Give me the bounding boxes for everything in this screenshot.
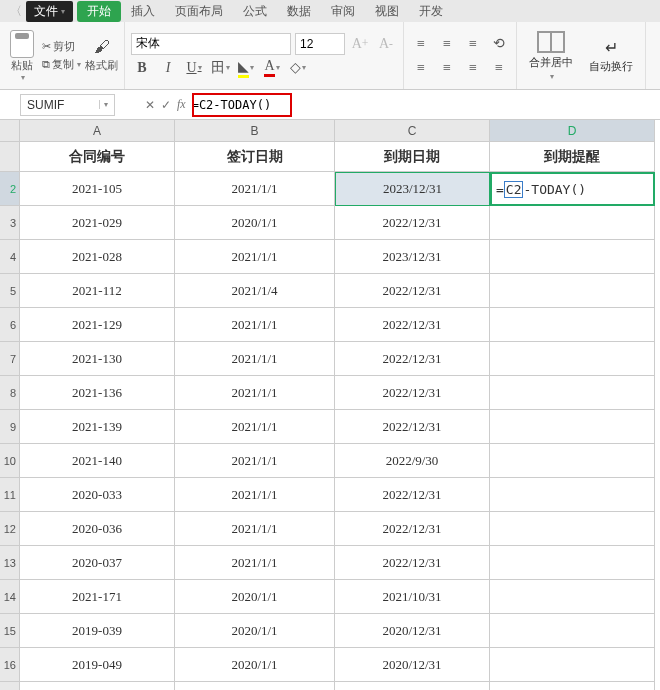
cell[interactable]: 2021-171 — [20, 580, 175, 614]
column-header[interactable]: C — [335, 120, 490, 142]
cell[interactable]: 2021-140 — [20, 444, 175, 478]
row-header[interactable]: 5 — [0, 274, 20, 308]
column-header[interactable]: D — [490, 120, 655, 142]
cell[interactable]: 2021/1/1 — [175, 546, 335, 580]
select-all-corner[interactable] — [0, 120, 20, 142]
menu-prev-icon[interactable]: 〈 — [10, 3, 22, 20]
cell[interactable]: 2021/6/30 — [335, 682, 490, 690]
header-cell[interactable]: 合同编号 — [20, 142, 175, 172]
row-header[interactable]: 6 — [0, 308, 20, 342]
cell[interactable]: 2022/12/31 — [335, 342, 490, 376]
cell[interactable]: 2020/12/31 — [335, 648, 490, 682]
align-middle-button[interactable]: ≡ — [436, 33, 458, 55]
cell[interactable]: 2020/1/1 — [175, 648, 335, 682]
cell[interactable]: 2021-130 — [20, 342, 175, 376]
fx-button[interactable]: fx — [177, 97, 186, 112]
cell[interactable]: 2020/1/1 — [175, 580, 335, 614]
cell[interactable]: 2020-052 — [20, 682, 175, 690]
menu-tab[interactable]: 数据 — [277, 1, 321, 22]
cell[interactable] — [490, 546, 655, 580]
cell[interactable]: 2021-105 — [20, 172, 175, 206]
align-bottom-button[interactable]: ≡ — [462, 33, 484, 55]
cell[interactable]: 2022/12/31 — [335, 274, 490, 308]
cell[interactable]: 2020/1/1 — [175, 206, 335, 240]
cell[interactable]: 2021/1/1 — [175, 172, 335, 206]
header-cell[interactable]: 签订日期 — [175, 142, 335, 172]
menu-tab[interactable]: 开始 — [77, 1, 121, 22]
chevron-down-icon[interactable]: ▾ — [99, 100, 108, 109]
cut-button[interactable]: ✂剪切 — [42, 39, 81, 54]
cell[interactable] — [490, 240, 655, 274]
increase-font-button[interactable]: A+ — [349, 33, 371, 55]
copy-button[interactable]: ⧉复制▾ — [42, 57, 81, 72]
row-header[interactable]: 15 — [0, 614, 20, 648]
header-cell[interactable]: 到期提醒 — [490, 142, 655, 172]
row-header[interactable]: 12 — [0, 512, 20, 546]
row-header[interactable]: 4 — [0, 240, 20, 274]
name-box[interactable]: SUMIF ▾ — [20, 94, 115, 116]
italic-button[interactable]: I — [157, 57, 179, 79]
cell[interactable]: 2021-028 — [20, 240, 175, 274]
font-name-select[interactable] — [131, 33, 291, 55]
row-header[interactable]: 7 — [0, 342, 20, 376]
row-header[interactable]: 3 — [0, 206, 20, 240]
cell[interactable] — [490, 342, 655, 376]
cell[interactable] — [490, 410, 655, 444]
row-header[interactable]: 9 — [0, 410, 20, 444]
paste-button[interactable]: 粘贴▾ — [6, 26, 38, 86]
cell[interactable] — [490, 308, 655, 342]
menu-tab[interactable]: 视图 — [365, 1, 409, 22]
cell[interactable]: 2021-129 — [20, 308, 175, 342]
decrease-font-button[interactable]: A- — [375, 33, 397, 55]
cell[interactable]: 2021/10/31 — [335, 580, 490, 614]
cell[interactable]: 2022/12/31 — [335, 376, 490, 410]
cell[interactable] — [490, 648, 655, 682]
font-color-button[interactable]: A▾ — [261, 57, 283, 79]
cell[interactable]: 2021-139 — [20, 410, 175, 444]
cell[interactable] — [490, 274, 655, 308]
menu-tab[interactable]: 页面布局 — [165, 1, 233, 22]
row-header[interactable]: 2 — [0, 172, 20, 206]
cell[interactable] — [490, 376, 655, 410]
orientation-button[interactable]: ⟲ — [488, 33, 510, 55]
cell[interactable]: 2023/12/31 — [335, 172, 490, 206]
row-header[interactable]: 13 — [0, 546, 20, 580]
cell[interactable]: 2022/12/31 — [335, 478, 490, 512]
cell[interactable] — [490, 512, 655, 546]
cell[interactable] — [490, 682, 655, 690]
file-menu[interactable]: 文件▾ — [26, 1, 73, 22]
row-header[interactable]: 14 — [0, 580, 20, 614]
format-painter-button[interactable]: 🖌格式刷 — [85, 38, 118, 73]
align-top-button[interactable]: ≡ — [410, 33, 432, 55]
cell[interactable]: 2023/12/31 — [335, 240, 490, 274]
bold-button[interactable]: B — [131, 57, 153, 79]
column-header[interactable]: B — [175, 120, 335, 142]
menu-tab[interactable]: 公式 — [233, 1, 277, 22]
cell[interactable]: 2019-049 — [20, 648, 175, 682]
align-left-button[interactable]: ≡ — [410, 57, 432, 79]
cell[interactable]: 2020/12/31 — [335, 614, 490, 648]
cell[interactable]: 2020/1/1 — [175, 614, 335, 648]
column-header[interactable]: A — [20, 120, 175, 142]
cell[interactable] — [490, 478, 655, 512]
header-cell[interactable]: 到期日期 — [335, 142, 490, 172]
cell[interactable]: 2021/1/1 — [175, 444, 335, 478]
font-size-select[interactable] — [295, 33, 345, 55]
cell[interactable]: 2022/12/31 — [335, 410, 490, 444]
merge-center-button[interactable]: 合并居中▾ — [523, 29, 579, 83]
cell[interactable]: 2022/12/31 — [335, 206, 490, 240]
cell[interactable]: 2021/1/1 — [175, 512, 335, 546]
menu-tab[interactable]: 插入 — [121, 1, 165, 22]
cell[interactable]: 2021-112 — [20, 274, 175, 308]
cell[interactable] — [490, 206, 655, 240]
row-header[interactable]: 16 — [0, 648, 20, 682]
cell[interactable]: 2021/1/1 — [175, 376, 335, 410]
cell[interactable]: 2020-036 — [20, 512, 175, 546]
cell[interactable] — [490, 444, 655, 478]
row-header[interactable] — [0, 142, 20, 172]
cell[interactable]: 2021/1/1 — [175, 682, 335, 690]
cell[interactable]: 2022/12/31 — [335, 546, 490, 580]
clear-format-button[interactable]: ◇▾ — [287, 57, 309, 79]
cell[interactable]: 2019-039 — [20, 614, 175, 648]
align-right-button[interactable]: ≡ — [462, 57, 484, 79]
